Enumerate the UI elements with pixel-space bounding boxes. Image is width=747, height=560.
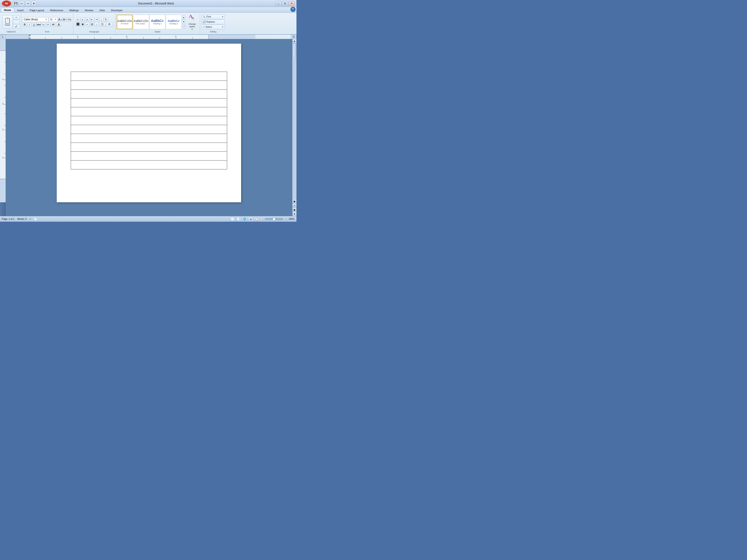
style-h2-card[interactable]: AaBbCc Heading 2 — [166, 15, 182, 29]
table-cell[interactable] — [71, 72, 227, 81]
multilevel-button[interactable]: ≡ — [85, 18, 89, 22]
table-row[interactable] — [71, 107, 227, 116]
table-row[interactable] — [71, 89, 227, 99]
style-normal-card[interactable]: AaBbCcDc ¶ Normal — [117, 15, 133, 29]
zoom-in-button[interactable]: + — [284, 217, 288, 221]
ruler-right-button[interactable]: ⊡ — [291, 35, 297, 39]
vertical-scrollbar[interactable]: ▲ ▣ ⊙ ▣ ▼ — [292, 39, 297, 216]
table-row[interactable] — [71, 161, 227, 169]
scroll-page-down[interactable]: ▣ — [292, 208, 297, 212]
bullets-button[interactable]: ≡ — [76, 18, 80, 22]
document-table[interactable] — [71, 72, 227, 169]
sort-button[interactable]: ↕ — [99, 18, 103, 22]
table-row[interactable] — [71, 134, 227, 143]
qat-dropdown-button[interactable]: ▼ — [31, 1, 36, 6]
minimize-button[interactable]: — — [276, 1, 282, 6]
show-marks-button[interactable]: ¶ — [104, 18, 108, 22]
decrease-indent-button[interactable]: ⇤ — [90, 18, 94, 22]
styles-scroll-down[interactable]: ▼ — [182, 20, 185, 24]
styles-scroll-up[interactable]: ▲ — [182, 16, 185, 20]
select-button[interactable]: ↗ Select ▼ — [202, 25, 225, 29]
italic-button[interactable]: I — [27, 22, 31, 27]
save-qat-button[interactable]: 💾 — [13, 1, 18, 6]
table-row[interactable] — [71, 81, 227, 89]
align-center-button[interactable]: ▣ — [80, 22, 85, 26]
increase-indent-button[interactable]: ⇥ — [95, 18, 99, 22]
table-cell[interactable] — [71, 116, 227, 125]
zoom-thumb[interactable] — [273, 218, 276, 220]
font-label[interactable]: Font — [45, 30, 49, 33]
styles-label[interactable]: Styles — [155, 30, 161, 33]
format-painter-button[interactable]: 🖌 — [13, 24, 20, 28]
tab-developer[interactable]: Developer — [108, 8, 126, 12]
tab-view[interactable]: View — [96, 8, 108, 12]
view-print-button[interactable]: 📄 — [230, 217, 235, 221]
view-draft-button[interactable]: 📋 — [254, 217, 259, 221]
table-row[interactable] — [71, 72, 227, 81]
office-button[interactable]: W — [2, 0, 11, 6]
tab-references[interactable]: References — [47, 8, 66, 12]
replace-button[interactable]: 🔄 Replace — [202, 20, 225, 24]
subscript-button[interactable]: X₂ — [41, 22, 46, 27]
scroll-page-up[interactable]: ▣ — [292, 199, 297, 204]
table-row[interactable] — [71, 116, 227, 125]
style-h1-card[interactable]: AaBbCc Heading 1 — [149, 15, 165, 29]
font-shrink-button[interactable]: A▼ — [63, 18, 67, 22]
table-cell[interactable] — [71, 152, 227, 161]
borders-button[interactable]: ⊞ — [106, 22, 113, 26]
table-row[interactable] — [71, 152, 227, 161]
restore-button[interactable]: ⧉ — [282, 1, 288, 6]
align-left-button[interactable]: ⬛ — [76, 22, 80, 26]
table-cell[interactable] — [71, 81, 227, 89]
table-cell[interactable] — [71, 99, 227, 107]
font-name-selector[interactable]: Calibri (Body) ▼ — [23, 17, 48, 22]
styles-expand[interactable]: ↗ — [182, 24, 185, 28]
view-fullscreen-button[interactable]: 📑 — [236, 217, 241, 221]
change-styles-button[interactable]: A A ChangeStyles ▼ — [186, 15, 199, 29]
tab-stop-button[interactable]: L — [0, 35, 6, 39]
view-web-button[interactable]: 🌐 — [242, 217, 247, 221]
line-spacing-button[interactable]: ↕ — [95, 22, 99, 26]
table-cell[interactable] — [71, 134, 227, 143]
tab-mailings[interactable]: Mailings — [66, 8, 82, 12]
table-row[interactable] — [71, 143, 227, 152]
table-cell[interactable] — [71, 89, 227, 99]
tab-page-layout[interactable]: Page Layout — [27, 8, 47, 12]
table-row[interactable] — [71, 99, 227, 107]
style-nospace-card[interactable]: AaBbCcDc ¶ No Spaci... — [133, 15, 149, 29]
scroll-thumb[interactable] — [293, 44, 296, 58]
scroll-track[interactable] — [292, 43, 297, 199]
zoom-slider[interactable] — [265, 218, 283, 220]
superscript-button[interactable]: X² — [46, 22, 50, 27]
tab-home[interactable]: Home — [1, 8, 14, 12]
font-color-button[interactable]: A — [56, 22, 61, 27]
shading-button[interactable]: 🎨 — [99, 22, 106, 26]
editing-label[interactable]: Editing — [210, 30, 216, 33]
view-outline-button[interactable]: ≡ — [248, 217, 253, 221]
paragraph-label[interactable]: Paragraph — [89, 30, 99, 33]
strikethrough-button[interactable]: abc — [37, 22, 41, 27]
copy-button[interactable]: 📄 — [13, 20, 20, 24]
scroll-down-button[interactable]: ▼ — [292, 212, 297, 216]
table-cell[interactable] — [71, 125, 227, 134]
underline-button[interactable]: U — [32, 22, 36, 27]
scroll-select[interactable]: ⊙ — [292, 204, 297, 208]
redo-qat-button[interactable]: ↪ — [25, 1, 30, 6]
table-cell[interactable] — [71, 161, 227, 169]
justify-button[interactable]: ▤ — [90, 22, 94, 26]
document-area[interactable] — [6, 39, 292, 216]
close-button[interactable]: ✕ — [288, 1, 294, 6]
bold-button[interactable]: B — [23, 22, 27, 27]
help-button[interactable]: ? — [290, 7, 295, 12]
highlight-color-button[interactable]: ab — [51, 22, 56, 27]
tab-review[interactable]: Review — [82, 8, 96, 12]
table-cell[interactable] — [71, 143, 227, 152]
clear-format-button[interactable]: Aa — [68, 18, 72, 22]
scroll-up-button[interactable]: ▲ — [292, 39, 297, 43]
undo-qat-button[interactable]: ↩ — [19, 1, 24, 6]
numbering-button[interactable]: ≡ — [80, 18, 85, 22]
align-right-button[interactable]: ▪ — [85, 22, 89, 26]
zoom-out-button[interactable]: − — [260, 217, 264, 221]
table-cell[interactable] — [71, 107, 227, 116]
table-row[interactable] — [71, 125, 227, 134]
